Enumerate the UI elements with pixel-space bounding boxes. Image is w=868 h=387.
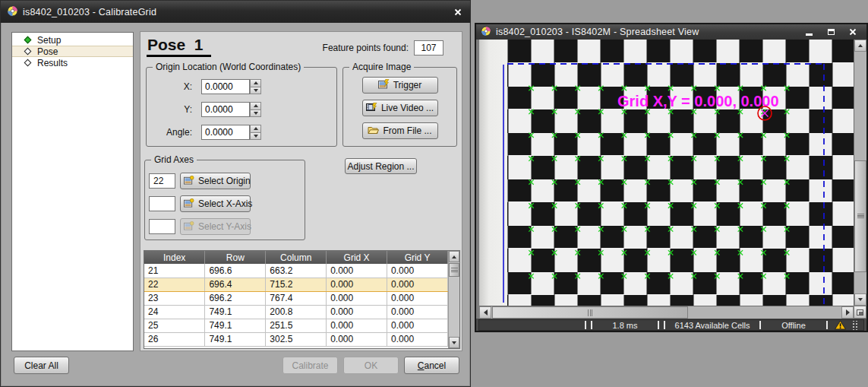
- select-x-axis-row: Select X-Axis: [145, 192, 305, 215]
- table-row[interactable]: 23696.2767.40.0000.000: [144, 291, 448, 305]
- table-row[interactable]: 25749.1251.50.0000.000: [144, 319, 448, 332]
- spin-up-icon[interactable]: [250, 125, 261, 133]
- select-origin-row: 22 Select Origin: [145, 170, 305, 192]
- cancel-button[interactable]: Cancel: [404, 357, 459, 374]
- angle-label: Angle:: [147, 127, 201, 138]
- origin-angle-field[interactable]: [201, 125, 250, 140]
- feature-points-value: 107: [414, 40, 443, 56]
- sidebar-item-setup[interactable]: Setup: [12, 34, 133, 46]
- scroll-right-icon[interactable]: [841, 306, 854, 319]
- table-row[interactable]: 21696.6663.20.0000.000: [144, 264, 448, 278]
- column-header-column[interactable]: Column: [266, 251, 327, 264]
- origin-angle-spinner[interactable]: [250, 125, 261, 140]
- y-label: Y:: [147, 104, 201, 115]
- group-title: Origin Location (World Coordinates): [153, 62, 304, 72]
- table-cell: 0.000: [387, 264, 448, 278]
- calibrate-window-titlebar[interactable]: is8402_010203 - CalibrateGrid: [1, 1, 470, 23]
- maximize-icon[interactable]: [825, 27, 837, 37]
- x-axis-index-field[interactable]: [149, 196, 175, 211]
- scroll-left-icon[interactable]: [479, 306, 491, 319]
- table-cell: 23: [144, 291, 205, 305]
- sidebar-item-pose[interactable]: Pose: [12, 46, 133, 57]
- scroll-up-icon[interactable]: [854, 40, 866, 52]
- table-cell: 696.4: [205, 278, 266, 291]
- trigger-button[interactable]: Trigger: [362, 77, 438, 94]
- column-header-grid-y[interactable]: Grid Y: [387, 251, 448, 264]
- scrollbar-thumb[interactable]: [854, 160, 866, 272]
- live-video-button[interactable]: Live Video ...: [362, 100, 438, 116]
- origin-y-field[interactable]: [201, 102, 250, 117]
- scroll-up-icon[interactable]: [449, 251, 459, 262]
- table-row[interactable]: 26749.1302.50.0000.000: [144, 332, 448, 346]
- image-point-icon: [184, 221, 194, 233]
- sidebar-item-label: Pose: [37, 46, 58, 57]
- scrollbar-thumb[interactable]: [449, 263, 459, 277]
- table-cell: 0.000: [387, 278, 448, 291]
- table-cell: 0.000: [327, 278, 387, 291]
- button-label: Cancel: [418, 360, 446, 371]
- button-label: Adjust Region ...: [347, 161, 414, 172]
- grid-xy-label: Grid X,Y = 0.000, 0.000: [617, 93, 779, 109]
- table-cell: 0.000: [387, 305, 448, 319]
- spin-down-icon[interactable]: [250, 87, 261, 95]
- minimize-icon[interactable]: [803, 27, 815, 37]
- statusbar-separator: [658, 321, 659, 329]
- sidebar-item-results[interactable]: Results: [12, 57, 133, 68]
- table-row[interactable]: 24749.1200.80.0000.000: [144, 305, 448, 319]
- y-axis-index-field[interactable]: [149, 219, 175, 234]
- button-label: Clear All: [24, 360, 58, 371]
- select-y-axis-row: Select Y-Axis: [145, 215, 305, 238]
- origin-x-spinner[interactable]: [250, 79, 261, 94]
- button-label: Select Y-Axis: [198, 221, 251, 232]
- select-x-axis-button[interactable]: Select X-Axis: [180, 195, 251, 212]
- horizontal-scrollbar[interactable]: [479, 306, 854, 319]
- spin-up-icon[interactable]: [250, 102, 261, 110]
- window-title: is8402_010203 - CalibrateGrid: [23, 7, 156, 17]
- origin-y-spinner[interactable]: [250, 102, 261, 117]
- origin-x-row: X:: [147, 75, 336, 98]
- column-header-row[interactable]: Row: [205, 251, 266, 264]
- close-icon[interactable]: [452, 7, 464, 17]
- button-label: Trigger: [393, 80, 422, 90]
- table-row[interactable]: 22696.4715.20.0000.000: [144, 278, 448, 291]
- spreadsheet-window-titlebar[interactable]: is8402_010203 - IS8402M - Spreadsheet Vi…: [476, 24, 866, 40]
- column-header-grid-x[interactable]: Grid X: [327, 251, 387, 264]
- from-file-button[interactable]: From File ...: [362, 122, 438, 139]
- clear-all-button[interactable]: Clear All: [14, 357, 69, 374]
- scrollbar-thumb[interactable]: [492, 306, 688, 319]
- origin-y-row: Y:: [147, 98, 336, 121]
- adjust-region-button[interactable]: Adjust Region ...: [345, 158, 417, 174]
- spin-down-icon[interactable]: [250, 133, 261, 141]
- film-icon: [366, 103, 377, 114]
- origin-x-field[interactable]: [201, 79, 250, 94]
- table-cell: 26: [144, 332, 205, 346]
- calibration-image[interactable]: Grid X,Y = 0.000, 0.000: [479, 40, 854, 306]
- spin-up-icon[interactable]: [250, 79, 261, 87]
- feature-points-table: IndexRowColumnGrid XGrid Y 21696.6663.20…: [144, 250, 460, 349]
- pose-steps-list: SetupPoseResults: [11, 32, 134, 351]
- feature-table-body: 21696.6663.20.0000.00022696.4715.20.0000…: [144, 264, 448, 346]
- spin-down-icon[interactable]: [250, 110, 261, 118]
- scroll-down-icon[interactable]: [854, 293, 866, 306]
- warning-triangle-icon[interactable]: [830, 320, 850, 330]
- insight-logo-icon: [7, 5, 18, 19]
- table-cell: 0.000: [387, 319, 448, 332]
- scroll-down-icon[interactable]: [449, 337, 459, 348]
- select-origin-button[interactable]: Select Origin: [180, 173, 251, 189]
- origin-angle-row: Angle:: [147, 121, 336, 144]
- table-cell: 0.000: [327, 305, 387, 319]
- table-cell: 767.4: [266, 291, 327, 305]
- table-cell: 696.6: [205, 264, 266, 278]
- origin-index-field[interactable]: 22: [149, 173, 175, 189]
- feature-markers: [529, 86, 789, 279]
- button-label: Select Origin: [198, 176, 251, 186]
- open-folder-icon: [368, 125, 379, 137]
- x-label: X:: [147, 81, 201, 92]
- resize-grip[interactable]: [851, 321, 859, 330]
- vertical-scrollbar[interactable]: [854, 40, 866, 306]
- view-mode-button[interactable]: [854, 306, 866, 319]
- column-header-index[interactable]: Index: [144, 251, 205, 264]
- close-icon[interactable]: [847, 27, 859, 37]
- table-scrollbar[interactable]: [448, 251, 459, 348]
- image-point-icon: [184, 176, 194, 187]
